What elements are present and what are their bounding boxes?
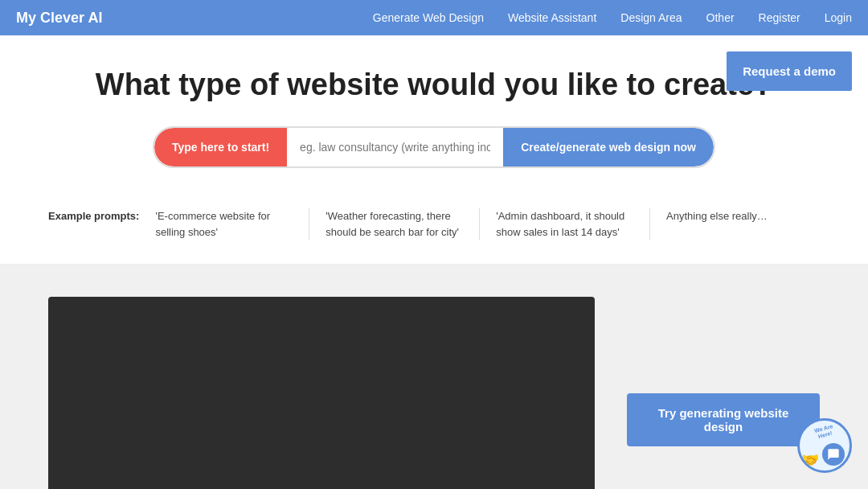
- start-button[interactable]: Type here to start!: [154, 128, 287, 166]
- nav-login-link[interactable]: Login: [825, 11, 852, 24]
- chat-button[interactable]: [822, 443, 845, 466]
- brand-logo[interactable]: My Clever AI: [16, 10, 102, 27]
- prompt-item-2[interactable]: 'Weather forecasting, there should be se…: [309, 208, 479, 240]
- navbar: My Clever AI Generate Web Design Website…: [0, 0, 868, 35]
- prompts-list: 'E-commerce website for selling shoes' '…: [139, 208, 820, 240]
- search-input[interactable]: [287, 128, 503, 166]
- navbar-links: Generate Web Design Website Assistant De…: [373, 11, 852, 24]
- nav-other-link[interactable]: Other: [706, 11, 735, 24]
- lower-section: Try generating website design: [0, 265, 868, 489]
- prompt-item-1[interactable]: 'E-commerce website for selling shoes': [139, 208, 309, 240]
- prompts-section: Example prompts: 'E-commerce website for…: [0, 192, 868, 265]
- prompt-item-3[interactable]: 'Admin dashboard, it should show sales i…: [479, 208, 649, 240]
- generate-button[interactable]: Create/generate web design now: [503, 128, 714, 166]
- nav-design-link[interactable]: Design Area: [620, 11, 682, 24]
- nav-generate-link[interactable]: Generate Web Design: [373, 11, 484, 24]
- chat-badge-text: We AreHere!: [799, 419, 850, 445]
- hero-section: Request a demo What type of website woul…: [0, 35, 868, 192]
- prompt-item-4[interactable]: Anything else really…: [649, 208, 820, 240]
- try-generating-button[interactable]: Try generating website design: [627, 393, 820, 446]
- search-bar: Type here to start! Create/generate web …: [153, 126, 715, 168]
- chat-emoji-icon: 🤝: [801, 451, 819, 469]
- request-demo-button[interactable]: Request a demo: [727, 51, 852, 91]
- nav-assistant-link[interactable]: Website Assistant: [508, 11, 596, 24]
- chat-badge[interactable]: We AreHere! 🤝: [797, 418, 852, 473]
- hero-title: What type of website would you like to c…: [96, 68, 772, 102]
- website-preview: [48, 297, 595, 489]
- prompts-label: Example prompts:: [48, 208, 139, 222]
- lower-right: Try generating website design: [627, 297, 820, 446]
- chat-widget[interactable]: We AreHere! 🤝: [797, 418, 852, 473]
- nav-register-link[interactable]: Register: [759, 11, 800, 24]
- chat-icon: [827, 448, 840, 461]
